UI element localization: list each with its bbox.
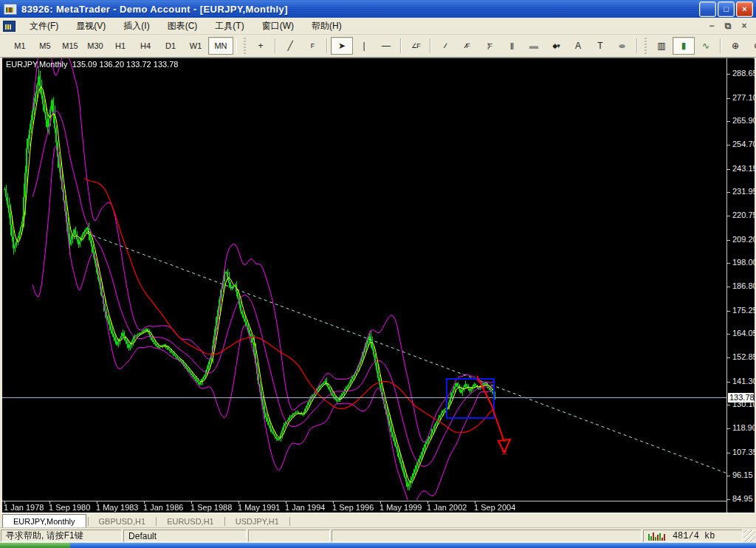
- title-bar: 83926: MetaTrader - Demo Account - [EURJ…: [0, 0, 756, 18]
- text-button[interactable]: A: [567, 37, 589, 55]
- tab-eurjpy-monthly[interactable]: EURJPY,Monthly: [2, 514, 86, 528]
- chart-canvas[interactable]: [2, 58, 726, 513]
- price-tick: [727, 169, 730, 170]
- price-axis-label: 152.85: [732, 352, 756, 362]
- price-tick: [727, 74, 730, 75]
- fibo-channel-button[interactable]: ∕∕F: [456, 37, 478, 55]
- timeframe-m1-button[interactable]: M1: [7, 37, 32, 55]
- mdi-restore-button[interactable]: ⧉: [722, 21, 734, 31]
- status-profile[interactable]: Default: [123, 530, 247, 542]
- line-chart-button[interactable]: ∿: [695, 37, 717, 55]
- date-axis-label: 1 Jan 1978: [4, 503, 44, 512]
- resize-grip[interactable]: [743, 530, 755, 542]
- candlestick-chart-button[interactable]: ▮: [673, 37, 695, 55]
- tab-usdjpy-h1[interactable]: USDJPY,H1: [227, 515, 288, 528]
- timeframe-m15-button[interactable]: M15: [58, 37, 83, 55]
- timeframe-mn-button[interactable]: MN: [208, 37, 233, 55]
- menu-file[interactable]: 文件(F): [21, 18, 67, 35]
- trendline-icon: ╱: [287, 41, 292, 50]
- vertical-line-button[interactable]: |: [353, 37, 375, 55]
- status-cell-empty: [248, 530, 330, 542]
- price-axis-label: 243.15: [732, 164, 756, 174]
- price-axis-label: 175.25: [732, 306, 756, 315]
- price-tick: [727, 334, 730, 335]
- text-icon: A: [575, 41, 581, 50]
- price-tick: [727, 405, 730, 405]
- price-axis-label: 107.35: [732, 448, 756, 457]
- cursor-button[interactable]: ➤: [331, 37, 353, 55]
- price-tick: [727, 98, 730, 99]
- menu-insert[interactable]: 插入(I): [114, 18, 158, 35]
- date-axis-label: 1 Jan 1986: [143, 503, 183, 512]
- cycle-lines-button[interactable]: |||: [501, 37, 523, 55]
- tab-divider: [88, 517, 89, 526]
- timeframe-w1-button[interactable]: W1: [183, 37, 208, 55]
- connection-bars-icon: [648, 532, 665, 541]
- crosshair-button[interactable]: +: [250, 37, 272, 55]
- zoom-in-button[interactable]: ⊕: [724, 37, 746, 55]
- text-label-button[interactable]: T: [589, 37, 611, 55]
- arrows-dropdown-button[interactable]: ◆▾: [545, 37, 567, 55]
- equidistant-channel-button[interactable]: ∕∕: [434, 37, 456, 55]
- price-axis[interactable]: 133.78 288.65277.10265.90254.70243.15231…: [726, 58, 755, 513]
- price-axis-label: 118.90: [732, 423, 756, 433]
- timeframe-m30-button[interactable]: M30: [83, 37, 108, 55]
- chart-window-icon: [3, 21, 16, 32]
- minimize-button[interactable]: _: [699, 1, 716, 17]
- toolbar: M1M5M15M30H1H4D1W1MN +╱F➤|—∠F∕∕∕∕F¦F|||▬…: [0, 35, 756, 58]
- toolbar-grip[interactable]: [645, 38, 647, 54]
- toolbar-separator: [275, 38, 276, 53]
- toolbar-separator: [236, 38, 237, 53]
- cycle-lines-icon: |||: [510, 43, 513, 49]
- arrows-dropdown-icon: ◆▾: [552, 43, 559, 49]
- price-axis-label: 96.15: [732, 470, 753, 480]
- start-button-edge[interactable]: [0, 543, 70, 548]
- bar-chart-icon: ▥: [657, 41, 665, 50]
- toolbar-grip[interactable]: [244, 38, 246, 54]
- price-axis-label: 141.30: [732, 377, 756, 386]
- timeframe-h1-button[interactable]: H1: [108, 37, 133, 55]
- zoom-out-button[interactable]: ⊖: [746, 37, 756, 55]
- tab-gbpusd-h1[interactable]: GBPUSD,H1: [90, 515, 155, 528]
- tab-eurusd-h1[interactable]: EURUSD,H1: [158, 515, 223, 528]
- price-tick: [727, 382, 730, 383]
- ellipse-button[interactable]: ●: [611, 37, 633, 55]
- timeframe-h4-button[interactable]: H4: [133, 37, 158, 55]
- toolbar-separator: [400, 38, 402, 53]
- menu-charts[interactable]: 图表(C): [159, 18, 207, 35]
- rectangle-button[interactable]: ▬: [523, 37, 545, 55]
- horizontal-line-icon: —: [382, 41, 391, 50]
- price-axis-label: 277.10: [732, 93, 756, 103]
- menu-window[interactable]: 窗口(W): [253, 18, 303, 35]
- maximize-button[interactable]: □: [718, 1, 735, 17]
- mdi-minimize-button[interactable]: −: [706, 21, 718, 31]
- price-tick: [727, 287, 730, 287]
- fibo-timezones-button[interactable]: ¦F: [478, 37, 501, 55]
- fibo-retracement-button[interactable]: F: [301, 37, 323, 55]
- tab-divider: [156, 517, 157, 526]
- cursor-icon: ➤: [338, 41, 346, 50]
- price-tick: [727, 121, 730, 122]
- timeframe-m5-button[interactable]: M5: [32, 37, 58, 55]
- chart-tabs-bar: EURJPY,MonthlyGBPUSD,H1EURUSD,H1USDJPY,H…: [0, 513, 756, 528]
- timeframe-d1-button[interactable]: D1: [158, 37, 183, 55]
- trendline-button[interactable]: ╱: [279, 37, 301, 55]
- bar-chart-button[interactable]: ▥: [650, 37, 673, 55]
- fibo-fan-icon: ∠F: [411, 43, 420, 49]
- fibo-timezones-icon: ¦F: [487, 43, 492, 49]
- fibo-fan-button[interactable]: ∠F: [405, 37, 427, 55]
- rectangle-icon: ▬: [529, 41, 538, 50]
- menu-help[interactable]: 帮助(H): [303, 18, 351, 35]
- close-button[interactable]: ×: [736, 1, 753, 17]
- menu-tools[interactable]: 工具(T): [206, 18, 252, 35]
- price-tick: [727, 145, 730, 145]
- menu-view[interactable]: 显视(V): [67, 18, 114, 35]
- vertical-line-icon: |: [362, 41, 365, 50]
- status-connection: 481/4 kb: [643, 530, 743, 542]
- mdi-close-button[interactable]: ×: [738, 21, 750, 31]
- traffic-counter: 481/4 kb: [673, 531, 715, 541]
- menu-bar: 文件(F)显视(V)插入(I)图表(C)工具(T)窗口(W)帮助(H) − ⧉ …: [0, 18, 756, 35]
- price-tick: [727, 311, 730, 312]
- horizontal-line-button[interactable]: —: [375, 37, 397, 55]
- date-axis-label: 1 May 1999: [379, 503, 422, 512]
